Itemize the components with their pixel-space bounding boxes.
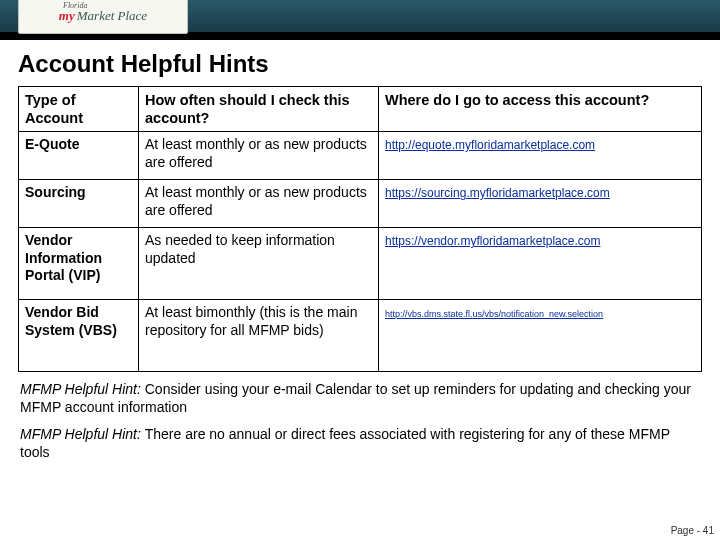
cell-type: Vendor Bid System (VBS) (19, 300, 139, 372)
account-link[interactable]: http://vbs.dms.state.fl.us/vbs/notificat… (385, 309, 603, 319)
page-body: Account Helpful Hints Type of Account Ho… (0, 40, 720, 461)
table-row: Vendor Information Portal (VIP) As neede… (19, 228, 702, 300)
table-row: E-Quote At least monthly or as new produ… (19, 132, 702, 180)
account-link[interactable]: https://vendor.myfloridamarketplace.com (385, 234, 600, 248)
table-row: Vendor Bid System (VBS) At least bimonth… (19, 300, 702, 372)
hint-1: MFMP Helpful Hint: Consider using your e… (20, 380, 700, 416)
hint-2: MFMP Helpful Hint: There are no annual o… (20, 425, 700, 461)
logo-florida: Florida (63, 1, 87, 10)
cell-type: E-Quote (19, 132, 139, 180)
cell-freq: As needed to keep information updated (139, 228, 379, 300)
cell-freq: At least monthly or as new products are … (139, 180, 379, 228)
account-link[interactable]: https://sourcing.myfloridamarketplace.co… (385, 186, 610, 200)
cell-freq: At least monthly or as new products are … (139, 132, 379, 180)
cell-freq: At least bimonthly (this is the main rep… (139, 300, 379, 372)
hint-lead: MFMP Helpful Hint: (20, 381, 145, 397)
cell-type: Vendor Information Portal (VIP) (19, 228, 139, 300)
logo-rest: Market Place (77, 8, 147, 24)
col-where: Where do I go to access this account? (379, 87, 702, 132)
page-number: Page - 41 (671, 525, 714, 536)
cell-url: https://sourcing.myfloridamarketplace.co… (379, 180, 702, 228)
header-bar: my Florida Market Place (0, 0, 720, 40)
col-type: Type of Account (19, 87, 139, 132)
cell-url: http://equote.myfloridamarketplace.com (379, 132, 702, 180)
table-row: Sourcing At least monthly or as new prod… (19, 180, 702, 228)
cell-type: Sourcing (19, 180, 139, 228)
logo-my: my (59, 8, 75, 24)
cell-url: http://vbs.dms.state.fl.us/vbs/notificat… (379, 300, 702, 372)
col-freq: How often should I check this account? (139, 87, 379, 132)
account-link[interactable]: http://equote.myfloridamarketplace.com (385, 138, 595, 152)
logo: my Florida Market Place (18, 0, 188, 34)
cell-url: https://vendor.myfloridamarketplace.com (379, 228, 702, 300)
accounts-table: Type of Account How often should I check… (18, 86, 702, 372)
page-title: Account Helpful Hints (18, 50, 702, 78)
hint-lead: MFMP Helpful Hint: (20, 426, 145, 442)
table-header-row: Type of Account How often should I check… (19, 87, 702, 132)
